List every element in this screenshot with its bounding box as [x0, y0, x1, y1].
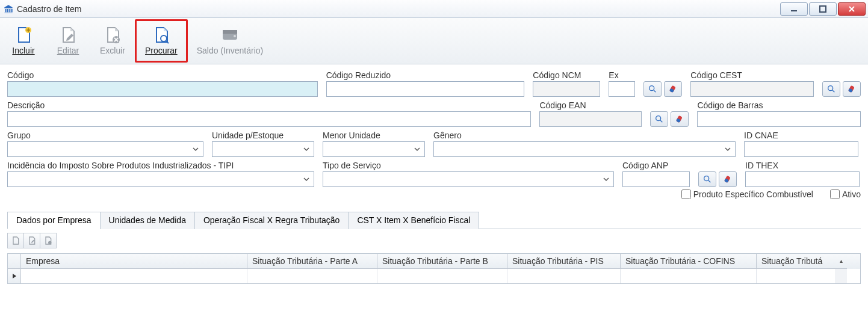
- close-button[interactable]: [838, 2, 866, 16]
- menor-unidade-dropdown[interactable]: [323, 141, 425, 157]
- grid-header: Empresa Situação Tributária - Parte A Si…: [8, 254, 860, 269]
- codigo-cest-label: Código CEST: [690, 70, 814, 80]
- genero-dropdown[interactable]: [433, 141, 736, 157]
- descricao-input[interactable]: [7, 111, 531, 127]
- tipi-dropdown[interactable]: [7, 171, 314, 187]
- tipo-servico-field: Tipo de Serviço: [323, 161, 614, 187]
- cest-clear-button[interactable]: [843, 81, 861, 97]
- excluir-button[interactable]: Excluir: [90, 19, 135, 63]
- eraser-icon: [668, 84, 678, 94]
- procurar-button[interactable]: Procurar: [135, 19, 188, 63]
- chevron-down-icon: [303, 176, 309, 182]
- ativo-input[interactable]: [830, 189, 840, 199]
- doc-icon: [11, 236, 20, 245]
- minimize-button[interactable]: [780, 2, 808, 16]
- data-grid: Empresa Situação Tributária - Parte A Si…: [7, 253, 861, 284]
- svg-point-14: [656, 116, 661, 121]
- column-header-empresa[interactable]: Empresa: [21, 254, 247, 269]
- cell-sit-pis[interactable]: [507, 269, 621, 283]
- anp-search-button[interactable]: [698, 171, 716, 187]
- document-add-icon: [14, 25, 33, 45]
- ex-field: Ex: [609, 70, 635, 97]
- window-title: Cadastro de Item: [17, 4, 780, 14]
- tab-unidades[interactable]: Unidades de Medida: [100, 212, 195, 229]
- search-icon: [654, 114, 664, 124]
- tipi-label: Incidência do Imposto Sobre Produtos Ind…: [7, 161, 314, 170]
- cell-sit-a[interactable]: [247, 269, 377, 283]
- row-selector-header: [8, 254, 21, 269]
- codigo-barras-input[interactable]: [697, 111, 861, 127]
- unidade-estoque-dropdown[interactable]: [212, 141, 314, 157]
- scrollbar[interactable]: [835, 269, 847, 283]
- editar-button[interactable]: Editar: [46, 19, 90, 63]
- id-thex-input[interactable]: [745, 171, 860, 187]
- svg-rect-0: [791, 10, 797, 11]
- ativo-checkbox[interactable]: Ativo: [830, 189, 861, 199]
- unidade-estoque-field: Unidade p/Estoque: [212, 131, 314, 157]
- tipo-servico-dropdown[interactable]: [323, 171, 614, 187]
- column-header-sit-cofins[interactable]: Situação Tributária - COFINS: [621, 254, 757, 269]
- codigo-reduzido-field: Código Reduzido: [326, 70, 525, 97]
- cell-sit-cofins[interactable]: [621, 269, 757, 283]
- svg-point-20: [48, 241, 51, 244]
- unidade-estoque-label: Unidade p/Estoque: [212, 131, 314, 140]
- scroll-up-icon[interactable]: ▴: [835, 254, 847, 269]
- tab-dados-empresa[interactable]: Dados por Empresa: [7, 212, 101, 229]
- codigo-cest-input: [690, 81, 814, 97]
- maximize-button[interactable]: [809, 2, 837, 16]
- cell-sit-trunc[interactable]: [757, 269, 835, 283]
- id-cnae-input[interactable]: [744, 141, 858, 157]
- grid-row[interactable]: [8, 269, 860, 283]
- eraser-icon: [847, 84, 857, 94]
- ncm-clear-button[interactable]: [664, 81, 682, 97]
- chevron-down-icon: [193, 146, 199, 152]
- tipo-servico-label: Tipo de Serviço: [323, 161, 614, 170]
- column-header-sit-b[interactable]: Situação Tributária - Parte B: [377, 254, 507, 269]
- genero-label: Gênero: [433, 131, 736, 140]
- ex-input[interactable]: [609, 81, 635, 97]
- ncm-search-button[interactable]: [643, 81, 662, 97]
- tab-cst[interactable]: CST X Item X Benefício Fiscal: [348, 212, 479, 229]
- genero-field: Gênero: [433, 131, 736, 157]
- codigo-input[interactable]: [7, 81, 318, 97]
- chevron-down-icon: [725, 146, 731, 152]
- chevron-down-icon: [414, 146, 420, 152]
- svg-point-7: [234, 35, 236, 37]
- sub-delete-button[interactable]: [40, 233, 57, 248]
- cest-search-button[interactable]: [822, 81, 840, 97]
- tipi-field: Incidência do Imposto Sobre Produtos Ind…: [7, 161, 314, 187]
- sub-add-button[interactable]: [7, 233, 24, 248]
- ean-search-button[interactable]: [650, 111, 668, 127]
- tab-operacao[interactable]: Operação Fiscal X Regra Tributação: [194, 212, 349, 229]
- eraser-icon: [723, 174, 733, 184]
- menor-unidade-label: Menor Unidade: [323, 131, 425, 140]
- codigo-anp-input[interactable]: [622, 171, 690, 187]
- codigo-anp-label: Código ANP: [622, 161, 690, 170]
- incluir-button[interactable]: Incluir: [1, 19, 46, 63]
- anp-clear-button[interactable]: [719, 171, 737, 187]
- chevron-down-icon: [303, 146, 309, 152]
- titlebar: Cadastro de Item: [0, 0, 868, 18]
- id-cnae-label: ID CNAE: [744, 131, 858, 140]
- grupo-dropdown[interactable]: [7, 141, 203, 157]
- svg-rect-1: [820, 6, 826, 12]
- descricao-field: Descrição: [7, 100, 531, 127]
- column-header-sit-trunc[interactable]: Situação Tributá: [757, 254, 835, 269]
- grupo-label: Grupo: [7, 131, 203, 140]
- saldo-button[interactable]: Saldo (Inventário): [188, 19, 273, 63]
- produto-combustivel-input[interactable]: [681, 189, 691, 199]
- codigo-ncm-label: Código NCM: [533, 70, 600, 80]
- codigo-ean-field: Código EAN: [539, 100, 642, 127]
- produto-combustivel-checkbox[interactable]: Produto Específico Combustível: [681, 189, 813, 199]
- codigo-ncm-input: [533, 81, 600, 97]
- sub-edit-button[interactable]: [23, 233, 40, 248]
- codigo-reduzido-input[interactable]: [326, 81, 525, 97]
- cell-sit-b[interactable]: [377, 269, 507, 283]
- cell-empresa[interactable]: [21, 269, 247, 283]
- ean-clear-button[interactable]: [671, 111, 689, 127]
- codigo-anp-field: Código ANP: [622, 161, 690, 187]
- document-delete-icon: [103, 25, 122, 45]
- column-header-sit-a[interactable]: Situação Tributária - Parte A: [247, 254, 377, 269]
- descricao-label: Descrição: [7, 100, 531, 110]
- column-header-sit-pis[interactable]: Situação Tributária - PIS: [507, 254, 621, 269]
